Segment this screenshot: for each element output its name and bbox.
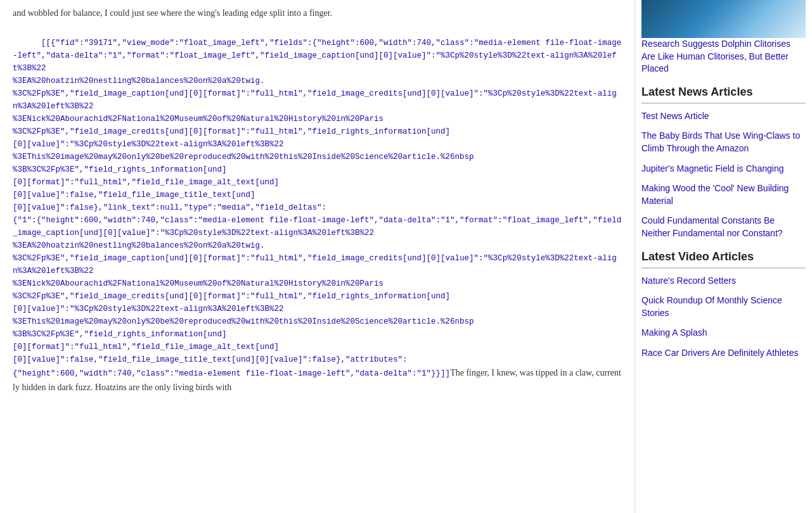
sidebar: Research Suggests Dolphin Clitorises Are… — [635, 0, 812, 513]
news-item-1: Test News Article — [641, 110, 806, 123]
video-link-3[interactable]: Making A Splash — [641, 327, 806, 339]
video-item-4: Race Car Drivers Are Definitely Athletes — [641, 347, 806, 360]
main-content: and wobbled for balance, I could just se… — [0, 0, 635, 513]
news-link-2[interactable]: The Baby Birds That Use Wing-Claws to Cl… — [641, 130, 806, 155]
video-item-3: Making A Splash — [641, 327, 806, 339]
video-link-4[interactable]: Race Car Drivers Are Definitely Athletes — [641, 347, 806, 360]
news-item-5: Could Fundamental Constants Be Neither F… — [641, 215, 806, 239]
video-link-1[interactable]: Nature's Record Setters — [641, 275, 806, 288]
code-block: [[{"fid":"39171","view_mode":"float_imag… — [13, 24, 622, 407]
news-item-3: Jupiter's Magnetic Field is Changing — [641, 163, 806, 175]
video-item-1: Nature's Record Setters — [641, 275, 806, 288]
intro-text: and wobbled for balance, I could just se… — [13, 6, 622, 20]
video-item-2: Quick Roundup Of Monthly Science Stories — [641, 294, 806, 319]
featured-article-card: Research Suggests Dolphin Clitorises Are… — [641, 38, 806, 75]
featured-image — [641, 0, 806, 38]
latest-news-section-title: Latest News Articles — [641, 86, 806, 104]
news-item-2: The Baby Birds That Use Wing-Claws to Cl… — [641, 130, 806, 155]
news-link-5[interactable]: Could Fundamental Constants Be Neither F… — [641, 215, 806, 239]
latest-video-section-title: Latest Video Articles — [641, 250, 806, 269]
code-text: [[{"fid":"39171","view_mode":"float_imag… — [13, 39, 621, 378]
featured-article-title[interactable]: Research Suggests Dolphin Clitorises Are… — [641, 38, 806, 75]
news-link-1[interactable]: Test News Article — [641, 110, 806, 123]
featured-image-placeholder — [641, 0, 806, 38]
news-link-3[interactable]: Jupiter's Magnetic Field is Changing — [641, 163, 806, 175]
news-link-4[interactable]: Making Wood the 'Cool' New Building Mate… — [641, 182, 806, 207]
news-item-4: Making Wood the 'Cool' New Building Mate… — [641, 182, 806, 207]
video-link-2[interactable]: Quick Roundup Of Monthly Science Stories — [641, 294, 806, 319]
